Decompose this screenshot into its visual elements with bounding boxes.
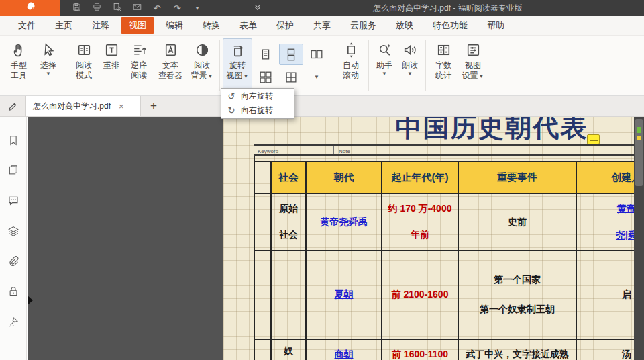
app-logo[interactable]	[0, 0, 60, 16]
comments-panel-button[interactable]	[6, 195, 21, 207]
note-annotation-icon[interactable]	[587, 134, 600, 144]
read-aloud-label: 朗读	[402, 60, 418, 71]
redo-button[interactable]: ↷	[169, 1, 185, 15]
facing-view-button[interactable]	[305, 44, 329, 65]
attachments-panel-button[interactable]	[6, 255, 21, 267]
auto-scroll-button[interactable]: 自动 滚动	[336, 38, 366, 93]
hand-tool-button[interactable]: 手型 工具	[4, 38, 34, 93]
continuous-facing-view-button[interactable]	[254, 66, 278, 88]
single-page-icon	[258, 47, 273, 62]
meta-note-label: Note	[339, 148, 350, 154]
word-count-icon	[435, 42, 452, 58]
caret-down-icon: ▼	[407, 71, 413, 77]
signature-panel-button[interactable]	[6, 316, 21, 328]
cursor-icon	[40, 42, 57, 58]
pages-icon	[7, 165, 19, 177]
link-yao-shun[interactable]: 尧|舜	[616, 230, 634, 242]
document-tab[interactable]: 怎么面对高中学习.pdf ×	[25, 96, 141, 116]
menu-tab-features[interactable]: 特色功能	[425, 17, 475, 34]
customize-toolbar-button[interactable]: ▾	[189, 1, 205, 15]
read-mode-icon	[76, 42, 93, 58]
cell-event-2: 第一个国家 第一个奴隶制王朝	[459, 251, 577, 340]
reverse-read-button[interactable]: 逆序 阅读	[124, 38, 154, 93]
continuous-view-button[interactable]	[279, 44, 303, 65]
reflow-button[interactable]: 重排	[99, 38, 124, 93]
cell-society-2	[272, 251, 307, 340]
continuous-facing-icon	[258, 70, 273, 85]
quick-annotate-button[interactable]	[0, 96, 25, 117]
cell-dynasty-1: 黄帝尧舜禹	[307, 194, 382, 251]
app-window: ↶ ↷ ▾ 怎么面对高中学习.pdf - 福昕阅读器专业版 文件 主页 注释 视…	[0, 0, 644, 360]
rotate-view-label-1: 旋转	[229, 60, 246, 71]
document-viewport[interactable]: 中国历史朝代表 Keyword Note 社会 朝代 起止年代(年) 重要事件 …	[28, 117, 634, 360]
text-viewer-label-1: 文本	[162, 60, 178, 71]
vertical-scrollbar-track[interactable]	[634, 117, 644, 360]
print-preview-button[interactable]	[109, 1, 125, 15]
caret-down-icon: ▼	[479, 73, 484, 79]
link-huangdi-yao-shun-yu[interactable]: 黄帝尧舜禹	[321, 216, 368, 228]
view-settings-button[interactable]: 视图 设置▼	[458, 38, 488, 93]
new-tab-button[interactable]: +	[150, 99, 157, 113]
cell-society-3: 奴	[272, 340, 307, 360]
link-huangdi[interactable]: 黄帝	[617, 203, 634, 215]
menu-tab-home[interactable]: 主页	[48, 17, 80, 34]
vertical-scrollbar-thumb[interactable]	[635, 119, 643, 186]
undo-button[interactable]: ↶	[149, 1, 165, 15]
email-button[interactable]	[129, 1, 145, 15]
menu-tab-file[interactable]: 文件	[11, 17, 43, 34]
bookmarks-panel-button[interactable]	[6, 134, 21, 146]
hand-icon	[11, 42, 28, 58]
scrollbar-mark-green	[637, 127, 641, 133]
menu-tab-form[interactable]: 表单	[232, 17, 264, 34]
reflow-icon	[103, 42, 120, 58]
select-tool-button[interactable]: 选择 ▼	[34, 38, 63, 93]
menu-tab-slideshow[interactable]: 放映	[388, 17, 421, 34]
rotate-view-button[interactable]: 旋转 视图▼	[223, 38, 252, 93]
menu-tab-comment[interactable]: 注释	[85, 17, 117, 34]
collapse-toolbar-button[interactable]	[250, 1, 266, 15]
date-text: 约 170 万-4000	[388, 203, 452, 215]
layers-icon	[7, 225, 19, 237]
menu-tab-share[interactable]: 共享	[306, 17, 338, 34]
menu-tab-edit[interactable]: 编辑	[158, 17, 191, 34]
layers-panel-button[interactable]	[6, 225, 21, 237]
view-settings-label-text: 设置	[462, 71, 478, 80]
menu-tab-help[interactable]: 帮助	[480, 17, 512, 34]
assistant-button[interactable]: 助手 ▼	[372, 38, 397, 93]
save-button[interactable]	[68, 1, 85, 15]
history-table: 社会 朝代 起止年代(年) 重要事件 创建人 原始 社会 黄帝尧舜禹	[254, 161, 634, 360]
assistant-label: 助手	[376, 60, 392, 71]
read-background-label-text: 背景	[191, 71, 207, 80]
link-xia-dynasty[interactable]: 夏朝	[335, 289, 354, 301]
pages-panel-button[interactable]	[6, 165, 21, 177]
menu-tab-cloud[interactable]: 云服务	[343, 17, 384, 34]
document-tab-label: 怎么面对高中学习.pdf	[33, 101, 111, 112]
meta-strip: Keyword Note	[254, 144, 634, 156]
security-panel-button[interactable]	[6, 285, 21, 298]
double-chevron-down-icon	[254, 3, 262, 13]
rotate-left-menuitem[interactable]: ↺ 向左旋转	[221, 89, 294, 103]
rotate-right-menuitem[interactable]: ↻ 向右旋转	[221, 103, 294, 118]
link-shang-dynasty[interactable]: 商朝	[335, 349, 354, 360]
speaker-icon	[402, 42, 419, 58]
menu-tab-convert[interactable]: 转换	[195, 17, 227, 34]
sidebar-expand-handle[interactable]	[28, 296, 33, 305]
page-display-caret-button[interactable]: ▼	[305, 66, 329, 88]
menu-tab-view[interactable]: 视图	[121, 17, 154, 34]
word-count-label-2: 统计	[435, 71, 451, 81]
word-count-button[interactable]: 字数 统计	[429, 38, 458, 93]
text-viewer-button[interactable]: 文本 查看器	[154, 38, 187, 93]
tab-close-button[interactable]: ×	[119, 101, 124, 111]
print-button[interactable]	[89, 1, 105, 15]
single-page-view-button[interactable]	[254, 44, 278, 65]
rotate-left-icon: ↺	[227, 91, 236, 101]
table-margin-cell	[255, 162, 272, 194]
menu-tab-protect[interactable]: 保护	[269, 17, 301, 34]
read-background-button[interactable]: 阅读 背景▼	[187, 38, 217, 93]
split-view-button[interactable]	[279, 66, 303, 88]
read-mode-button[interactable]: 阅读 模式	[69, 38, 99, 93]
signature-pen-icon	[7, 316, 19, 328]
read-aloud-button[interactable]: 朗读 ▼	[397, 38, 423, 93]
text-viewer-label-2: 查看器	[158, 71, 182, 81]
society-text: 社会	[279, 229, 298, 241]
